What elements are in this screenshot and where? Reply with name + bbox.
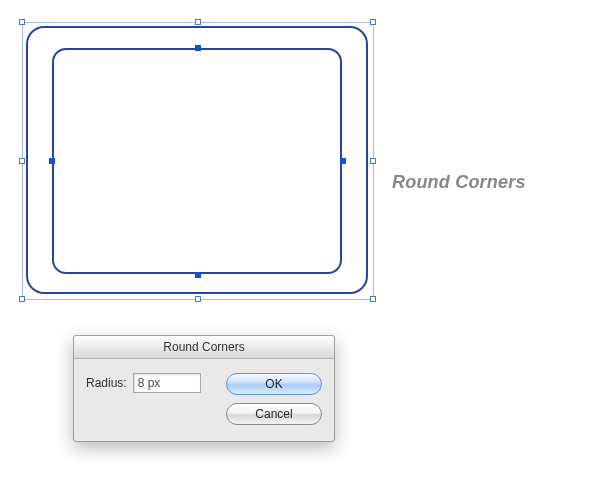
dialog-title: Round Corners xyxy=(74,336,334,359)
caption-text: Round Corners xyxy=(392,172,526,193)
radius-label: Radius: xyxy=(86,376,127,390)
anchor-point[interactable] xyxy=(195,45,201,51)
anchor-point[interactable] xyxy=(49,158,55,164)
anchor-point[interactable] xyxy=(195,272,201,278)
radius-input[interactable] xyxy=(133,373,201,393)
resize-handle-w[interactable] xyxy=(19,158,25,164)
artboard[interactable] xyxy=(12,12,382,312)
resize-handle-n[interactable] xyxy=(195,19,201,25)
round-corners-dialog: Round Corners Radius: OK Cancel xyxy=(73,335,335,442)
dialog-body: Radius: OK Cancel xyxy=(74,359,334,441)
resize-handle-e[interactable] xyxy=(370,158,376,164)
resize-handle-ne[interactable] xyxy=(370,19,376,25)
ok-button[interactable]: OK xyxy=(226,373,322,395)
resize-handle-s[interactable] xyxy=(195,296,201,302)
dialog-buttons: OK Cancel xyxy=(206,373,322,425)
radius-row: Radius: xyxy=(86,373,201,393)
resize-handle-sw[interactable] xyxy=(19,296,25,302)
anchor-point[interactable] xyxy=(340,158,346,164)
resize-handle-nw[interactable] xyxy=(19,19,25,25)
cancel-button[interactable]: Cancel xyxy=(226,403,322,425)
resize-handle-se[interactable] xyxy=(370,296,376,302)
rounded-rect-inner[interactable] xyxy=(52,48,342,274)
